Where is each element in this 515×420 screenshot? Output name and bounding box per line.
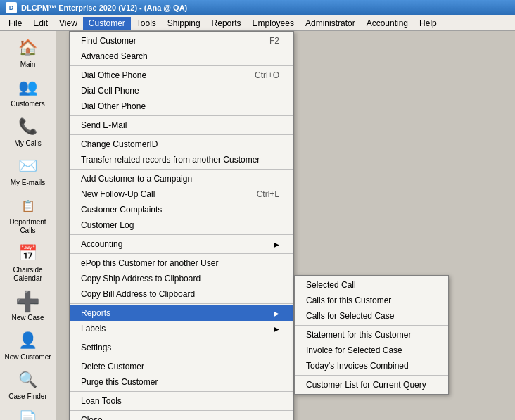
app-icon: D (6, 2, 17, 13)
accounting-arrow-icon: ▶ (274, 241, 279, 248)
sidebar-dept-calls-label: Department Calls (4, 218, 53, 235)
labels-item[interactable]: Labels ▶ (70, 321, 293, 336)
sidebar-item-case-finder[interactable]: 🔍 Case Finder (2, 366, 54, 404)
sub-separator-2 (295, 375, 448, 376)
chairside-icon: 📅 (15, 242, 41, 265)
separator-11 (70, 410, 293, 411)
sidebar: 🏠 Main 👥 Customers 📞 My Calls ✉️ My E-ma… (0, 31, 56, 420)
menu-administrator[interactable]: Administrator (300, 17, 361, 30)
separator-9 (70, 357, 293, 357)
labels-arrow-icon: ▶ (274, 325, 279, 333)
purge-customer-item[interactable]: Purge this Customer (70, 374, 293, 390)
todays-invoices-combined-item[interactable]: Today's Invoices Combined (295, 358, 448, 374)
main-content: Find Customer F2 Advanced Search Dial Of… (56, 31, 515, 420)
separator-1 (70, 65, 293, 66)
dial-other-phone-item[interactable]: Dial Other Phone (70, 98, 293, 114)
my-emails-icon: ✉️ (15, 155, 41, 177)
sidebar-chairside-label: Chairside Calendar (4, 266, 53, 283)
advanced-search-item[interactable]: Advanced Search (70, 49, 293, 64)
reports-arrow-icon: ▶ (274, 310, 279, 317)
separator-10 (70, 391, 293, 392)
separator-3 (70, 134, 293, 135)
copy-ship-address-item[interactable]: Copy Ship Address to Clipboard (70, 271, 293, 286)
sidebar-item-my-calls[interactable]: 📞 My Calls (2, 113, 54, 151)
sidebar-item-new-case[interactable]: ➕ New Case (2, 287, 54, 325)
my-calls-icon: 📞 (15, 115, 41, 138)
title-text: DLCPM™ Enterprise 2020 (V12) - (Ana @ QA… (21, 4, 187, 12)
menu-shipping[interactable]: Shipping (162, 17, 206, 30)
invoice-case-icon: 📄 (15, 408, 41, 420)
sidebar-case-finder-label: Case Finder (8, 393, 46, 401)
find-customer-item[interactable]: Find Customer F2 (70, 33, 293, 49)
transfer-records-item[interactable]: Transfer related records from another Cu… (70, 152, 293, 167)
settings-item[interactable]: Settings (70, 340, 293, 355)
close-item[interactable]: Close (70, 412, 293, 420)
main-icon: 🏠 (15, 37, 41, 59)
separator-8 (70, 338, 293, 338)
menu-accounting[interactable]: Accounting (361, 17, 414, 30)
customers-icon: 👥 (15, 76, 41, 98)
sidebar-item-customers[interactable]: 👥 Customers (2, 73, 54, 111)
reports-item[interactable]: Reports ▶ (70, 305, 293, 321)
separator-4 (70, 169, 293, 170)
sidebar-item-dept-calls[interactable]: 📋 Department Calls (2, 191, 54, 238)
loan-tools-item[interactable]: Loan Tools (70, 393, 293, 409)
customer-dropdown: Find Customer F2 Advanced Search Dial Of… (69, 31, 294, 420)
menu-edit[interactable]: Edit (27, 17, 53, 30)
add-to-campaign-item[interactable]: Add Customer to a Campaign (70, 171, 293, 186)
delete-customer-item[interactable]: Delete Customer (70, 359, 293, 374)
sidebar-my-calls-label: My Calls (14, 139, 41, 148)
dial-office-phone-item[interactable]: Dial Office Phone Ctrl+O (70, 68, 293, 83)
sidebar-customers-label: Customers (11, 100, 44, 108)
title-bar: D DLCPM™ Enterprise 2020 (V12) - (Ana @ … (0, 0, 515, 15)
main-layout: 🏠 Main 👥 Customers 📞 My Calls ✉️ My E-ma… (0, 31, 515, 420)
selected-call-item[interactable]: Selected Call (295, 277, 448, 293)
change-customerid-item[interactable]: Change CustomerID (70, 136, 293, 152)
dept-calls-icon: 📋 (15, 194, 41, 217)
menu-employees[interactable]: Employees (247, 17, 300, 30)
menu-customer[interactable]: Customer (83, 17, 131, 30)
menu-reports[interactable]: Reports (206, 17, 247, 30)
separator-7 (70, 303, 293, 304)
new-customer-icon: 👤 (15, 329, 41, 352)
sidebar-item-my-emails[interactable]: ✉️ My E-mails (2, 152, 54, 190)
customer-log-item[interactable]: Customer Log (70, 217, 293, 233)
separator-2 (70, 115, 293, 116)
statement-for-customer-item[interactable]: Statement for this Customer (295, 327, 448, 343)
copy-bill-address-item[interactable]: Copy Bill Address to Clipboard (70, 286, 293, 302)
menu-bar: File Edit View Customer Tools Shipping R… (0, 15, 515, 31)
case-finder-icon: 🔍 (15, 369, 41, 391)
epop-item[interactable]: ePop this Customer for another User (70, 255, 293, 271)
separator-5 (70, 234, 293, 235)
sidebar-item-chairside[interactable]: 📅 Chairside Calendar (2, 239, 54, 286)
accounting-item[interactable]: Accounting ▶ (70, 236, 293, 252)
customer-list-current-query-item[interactable]: Customer List for Current Query (295, 377, 448, 393)
sidebar-item-invoice-case[interactable]: 📄 Invoice Case (2, 405, 54, 420)
customer-complaints-item[interactable]: Customer Complaints (70, 202, 293, 217)
reports-submenu: Selected Call Calls for this Customer Ca… (294, 275, 449, 395)
invoice-for-selected-case-item[interactable]: Invoice for Selected Case (295, 343, 448, 358)
sidebar-main-label: Main (20, 61, 36, 69)
sidebar-item-main[interactable]: 🏠 Main (2, 34, 54, 72)
menu-help[interactable]: Help (414, 17, 443, 30)
calls-for-selected-case-item[interactable]: Calls for Selected Case (295, 308, 448, 324)
sidebar-my-emails-label: My E-mails (11, 179, 45, 187)
separator-6 (70, 253, 293, 254)
sidebar-new-customer-label: New Customer (4, 353, 51, 362)
calls-for-customer-item[interactable]: Calls for this Customer (295, 293, 448, 308)
send-email-item[interactable]: Send E-Mail (70, 117, 293, 133)
sub-separator-1 (295, 325, 448, 326)
sidebar-item-new-customer[interactable]: 👤 New Customer (2, 326, 54, 364)
menu-file[interactable]: File (3, 17, 27, 30)
new-followup-call-item[interactable]: New Follow-Up Call Ctrl+L (70, 186, 293, 202)
sidebar-new-case-label: New Case (11, 314, 44, 322)
menu-view[interactable]: View (53, 17, 83, 30)
dial-cell-phone-item[interactable]: Dial Cell Phone (70, 83, 293, 98)
new-case-icon: ➕ (15, 290, 41, 312)
menu-tools[interactable]: Tools (131, 17, 162, 30)
